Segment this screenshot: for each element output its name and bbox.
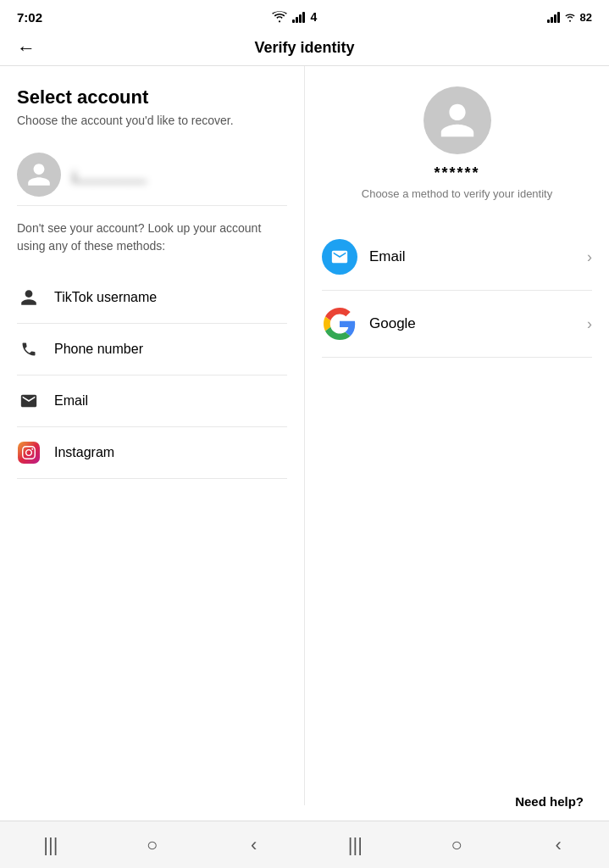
main-content: Select account Choose the account you'd …: [0, 66, 609, 805]
right-panel: ****** Choose a method to verify your id…: [305, 66, 609, 805]
battery: 82: [580, 11, 592, 24]
status-right: 82: [547, 11, 592, 24]
method-instagram[interactable]: Instagram: [17, 427, 287, 479]
chevron-right-icon2: ›: [587, 315, 592, 333]
nav-home[interactable]: ○: [136, 828, 169, 862]
avatar: [17, 153, 61, 197]
verify-email-method[interactable]: Email ›: [322, 224, 592, 291]
back-button[interactable]: ←: [17, 37, 36, 59]
wifi-icon2: [563, 12, 577, 22]
account-stars: ******: [434, 164, 479, 182]
method-tiktok-username[interactable]: TikTok username: [17, 272, 287, 324]
select-account-subtitle: Choose the account you'd like to recover…: [17, 114, 287, 127]
person-icon: [17, 286, 41, 309]
email-icon: [17, 389, 41, 413]
instagram-label: Instagram: [54, 445, 114, 460]
method-email[interactable]: Email: [17, 376, 287, 427]
instagram-icon: [17, 441, 41, 465]
method-phone-number[interactable]: Phone number: [17, 324, 287, 376]
nav-back[interactable]: ‹: [237, 828, 271, 862]
nav-home2[interactable]: ○: [440, 828, 473, 862]
verify-subtitle: Choose a method to verify your identity: [362, 187, 552, 200]
nav-recent-apps2[interactable]: |||: [338, 828, 372, 862]
signal-icon2: [547, 12, 560, 23]
bottom-nav: ||| ○ ‹ ||| ○ ‹: [0, 821, 609, 868]
no-account-text: Don't see your account? Look up your acc…: [17, 220, 287, 255]
nav-back2[interactable]: ‹: [541, 828, 575, 862]
tiktok-username-label: TikTok username: [54, 290, 157, 305]
account-username: j__________: [73, 168, 147, 182]
select-account-title: Select account: [17, 86, 287, 108]
google-icon: [322, 306, 357, 342]
phone-number-label: Phone number: [54, 342, 143, 357]
status-bar: 7:02 4 82: [0, 0, 609, 31]
top-nav: ← Verify identity: [0, 31, 609, 66]
nav-recent-apps[interactable]: |||: [34, 828, 68, 862]
verify-google-label: Google: [369, 315, 575, 332]
status-center: 4: [272, 10, 317, 24]
verify-google-method[interactable]: Google ›: [322, 291, 592, 358]
need-help[interactable]: Need help?: [515, 794, 584, 809]
method-list: TikTok username Phone number Email: [17, 272, 287, 479]
person-icon: [25, 161, 53, 188]
network-number: 4: [310, 10, 317, 24]
email-circle-icon: [322, 239, 357, 275]
signal-icon: [292, 12, 305, 23]
left-panel: Select account Choose the account you'd …: [0, 66, 305, 805]
verify-email-label: Email: [369, 248, 575, 265]
email-label: Email: [54, 393, 88, 409]
chevron-right-icon: ›: [587, 248, 592, 266]
right-person-icon: [437, 100, 478, 141]
status-time: 7:02: [17, 10, 42, 25]
page-title: Verify identity: [254, 39, 354, 57]
account-item[interactable]: j__________: [17, 144, 287, 206]
phone-icon: [17, 337, 41, 361]
right-avatar: [424, 86, 491, 154]
wifi-icon: [272, 11, 287, 23]
